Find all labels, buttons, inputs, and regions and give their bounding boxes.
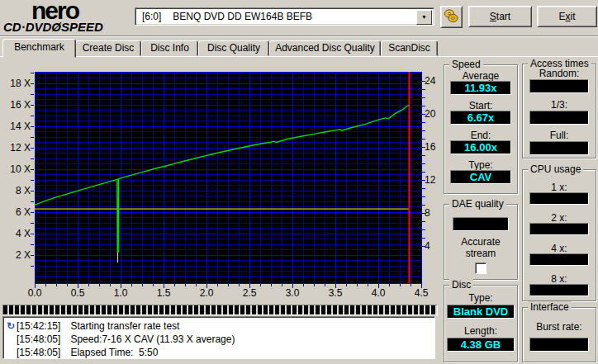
drive-id: [6:0] (142, 11, 161, 22)
cpu-8x-value (529, 284, 589, 296)
y-left-tick: 14 X (0, 121, 31, 132)
cpu-1x-value (529, 192, 589, 205)
start-label: Start: (444, 100, 517, 111)
one-third-access-label: 1/3: (523, 99, 596, 111)
interface-panel: Interface Burst rate: (522, 307, 596, 362)
y-left-tick: 6 X (0, 206, 31, 218)
x-axis-tick: 1.0 (104, 287, 137, 299)
x-axis-tick: 4.0 (362, 287, 395, 299)
start-speed-value: 6.67x (450, 111, 511, 125)
tab-disc-info[interactable]: Disc Info (141, 40, 198, 56)
y-left-tick: 2 X (0, 249, 31, 261)
disc-tools-button[interactable] (440, 6, 463, 28)
cpu-2x-label: 2 x: (523, 212, 596, 224)
full-access-value (529, 141, 589, 155)
x-axis-tick: 0.0 (18, 287, 51, 299)
random-access-value (529, 79, 589, 93)
cpu-8x-label: 8 x: (523, 273, 596, 285)
app-logo: nero CD·DVDØSPEED (2, 0, 126, 35)
tab-disc-quality[interactable]: Disc Quality (198, 40, 269, 56)
log-entry: [15:48:05]Elapsed Time: 5:50 (5, 346, 433, 359)
x-axis-tick: 3.5 (319, 287, 352, 299)
speed-panel: Speed Average 11.93x Start: 6.67x End: 1… (444, 64, 518, 194)
log-entry: [15:48:05]Speed:7-16 X CAV (11.93 X aver… (5, 333, 433, 346)
full-access-label: Full: (523, 130, 596, 141)
cpu-usage-panel: CPU usage 1 x: 2 x: 4 x: 8 x: (522, 169, 596, 301)
disc-type-label: Type: (444, 292, 517, 304)
toolbar: nero CD·DVDØSPEED [6:0]BENQ DVD DD EW164… (0, 0, 598, 35)
disc-length-label: Length: (444, 325, 517, 337)
tab-create-disc[interactable]: Create Disc (75, 40, 141, 56)
tab-bar: Benchmark Create Disc Disc Info Disc Qua… (0, 39, 598, 56)
cpu-4x-value (529, 253, 589, 266)
dropdown-arrow-icon[interactable]: ▼ (416, 10, 432, 25)
dae-quality-value (453, 217, 509, 231)
disc-length-value: 4.38 GB (447, 338, 515, 352)
burst-rate-label: Burst rate: (523, 321, 596, 333)
tab-scandisc[interactable]: ScanDisc (381, 40, 438, 56)
x-axis-tick: 4.5 (405, 287, 438, 299)
y-left-tick: 16 X (0, 99, 31, 111)
accurate-stream-label: Accurate stream (444, 236, 517, 259)
disc-panel-title: Disc (449, 279, 473, 291)
log-listbox: ↻[15:42:15]Starting transfer rate test [… (2, 316, 435, 359)
test-status-icon: ↻ (5, 319, 17, 333)
disc-type-value: Blank DVD (447, 305, 515, 319)
end-speed-value: 16.00x (450, 140, 511, 154)
average-speed-value: 11.93x (450, 81, 511, 95)
burst-rate-value (529, 338, 589, 352)
y-left-tick: 10 X (0, 163, 31, 175)
transfer-rate-chart: 18 X16 X14 X12 X10 X8 X6 X4 X2 X24201612… (0, 58, 439, 305)
cpu-usage-title: CPU usage (528, 163, 583, 175)
gold-discs-icon (444, 9, 459, 23)
drive-select[interactable]: [6:0]BENQ DVD DD EW164B BEFB ▼ (135, 7, 434, 26)
interface-panel-title: Interface (528, 301, 572, 313)
dae-quality-title: DAE quality (449, 198, 506, 210)
exit-button[interactable]: Exit (537, 6, 597, 27)
x-axis-tick: 2.0 (190, 287, 223, 299)
tab-benchmark[interactable]: Benchmark (2, 39, 76, 58)
y-left-tick: 8 X (0, 185, 31, 196)
x-axis-tick: 3.0 (276, 287, 309, 299)
y-left-tick: 12 X (0, 142, 31, 154)
logo-cddvdspeed-text: CD·DVDØSPEED (3, 20, 103, 34)
cpu-2x-value (529, 223, 589, 235)
type-label: Type: (444, 159, 517, 171)
tab-advanced-disc-quality[interactable]: Advanced Disc Quality (269, 40, 381, 56)
random-access-label: Random: (523, 68, 596, 79)
start-button[interactable]: Start (468, 6, 532, 27)
disc-panel: Disc Type: Blank DVD Length: 4.38 GB (444, 285, 518, 362)
access-times-panel: Access times Random: 1/3: Full: (522, 64, 596, 158)
y-left-tick: 18 X (0, 78, 31, 89)
speed-type-value: CAV (450, 170, 511, 184)
cpu-4x-label: 4 x: (523, 243, 596, 254)
accurate-stream-checkbox[interactable] (475, 262, 486, 274)
drive-name: BENQ DVD DD EW164B BEFB (173, 11, 312, 22)
end-label: End: (444, 130, 517, 141)
average-label: Average (444, 70, 517, 82)
toolbar-divider (0, 35, 598, 37)
x-axis-tick: 0.5 (61, 287, 94, 299)
speed-panel-title: Speed (449, 59, 483, 70)
cpu-1x-label: 1 x: (523, 182, 596, 193)
x-axis-tick: 2.5 (233, 287, 266, 299)
log-entry: ↻[15:42:15]Starting transfer rate test (5, 319, 433, 333)
y-left-tick: 4 X (0, 228, 31, 239)
dae-quality-panel: DAE quality Accurate stream (444, 204, 518, 280)
progress-bar (2, 305, 438, 315)
one-third-access-value (529, 111, 589, 125)
chart-canvas (30, 67, 426, 288)
x-axis-tick: 1.5 (147, 287, 180, 299)
